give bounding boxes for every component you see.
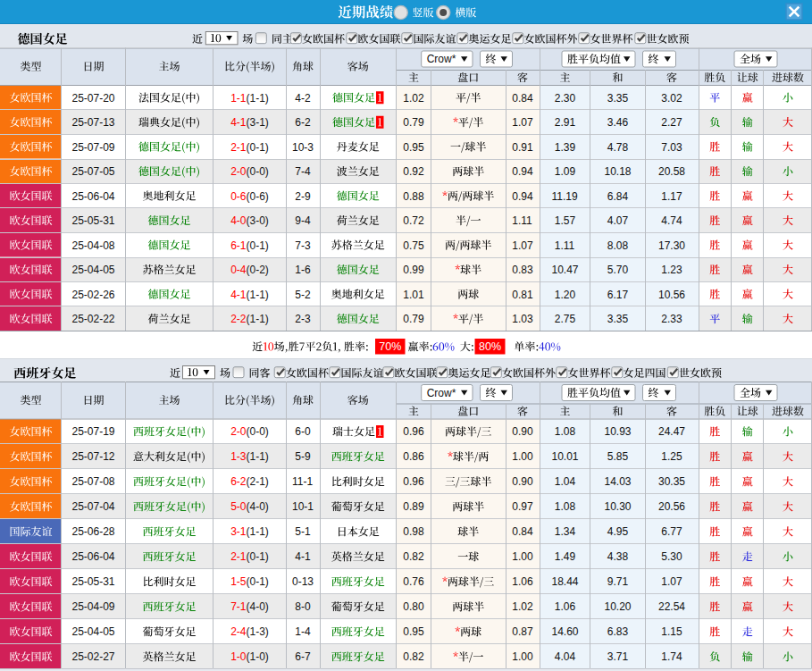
svg-text:0.96: 0.96 xyxy=(403,475,424,488)
svg-text:7.03: 7.03 xyxy=(661,141,682,154)
svg-text:1.08: 1.08 xyxy=(555,425,576,438)
svg-text:0.81: 0.81 xyxy=(512,289,533,301)
svg-text:3-1: 3-1 xyxy=(230,525,247,538)
svg-text:(1-1): (1-1) xyxy=(247,289,269,301)
svg-text:25-07-20: 25-07-20 xyxy=(71,92,114,105)
svg-text:7-4: 7-4 xyxy=(295,165,311,178)
svg-text:2.27: 2.27 xyxy=(661,116,682,129)
svg-text:25-02-22: 25-02-22 xyxy=(71,313,114,325)
svg-text:4.95: 4.95 xyxy=(607,525,629,538)
svg-text:1.07: 1.07 xyxy=(512,116,533,129)
svg-text:5.30: 5.30 xyxy=(661,550,682,563)
svg-text:20.58: 20.58 xyxy=(658,165,685,178)
svg-text:2-4: 2-4 xyxy=(230,625,247,638)
svg-text:10-1: 10-1 xyxy=(292,500,314,513)
svg-text:1.11: 1.11 xyxy=(512,214,532,227)
svg-text:0.92: 0.92 xyxy=(403,165,424,178)
svg-text:0.82: 0.82 xyxy=(403,650,424,663)
svg-text:25-05-31: 25-05-31 xyxy=(71,575,114,588)
svg-text:5-2: 5-2 xyxy=(295,289,311,301)
svg-text:25-04-09: 25-04-09 xyxy=(71,600,114,613)
svg-text:Crow*: Crow* xyxy=(427,387,456,399)
svg-text:0.82: 0.82 xyxy=(403,550,424,563)
svg-text:11-1: 11-1 xyxy=(292,475,313,488)
svg-text:14.60: 14.60 xyxy=(551,625,578,638)
svg-text:25-06-04: 25-06-04 xyxy=(71,190,114,203)
svg-text:25-07-09: 25-07-09 xyxy=(71,141,114,154)
svg-text:25-04-05: 25-04-05 xyxy=(71,625,114,638)
svg-text:0.75: 0.75 xyxy=(403,239,424,252)
svg-text:5.70: 5.70 xyxy=(607,264,629,276)
svg-text:8.08: 8.08 xyxy=(607,239,629,252)
svg-text:5-9: 5-9 xyxy=(295,450,311,463)
svg-text:2-1: 2-1 xyxy=(230,550,247,563)
svg-text:0.79: 0.79 xyxy=(403,116,424,129)
svg-text:5-0: 5-0 xyxy=(230,500,247,513)
svg-text:2-1: 2-1 xyxy=(230,141,247,154)
svg-text:2-2: 2-2 xyxy=(230,313,247,325)
svg-text:1-1: 1-1 xyxy=(230,92,247,105)
svg-text:4.04: 4.04 xyxy=(555,650,576,663)
svg-text:1.01: 1.01 xyxy=(403,289,424,301)
svg-text:0.76: 0.76 xyxy=(403,575,424,588)
svg-text:70%: 70% xyxy=(379,340,401,353)
svg-text:1.08: 1.08 xyxy=(555,500,576,513)
svg-text:4.74: 4.74 xyxy=(661,214,682,227)
svg-text:25-07-13: 25-07-13 xyxy=(71,116,114,129)
svg-text:2-9: 2-9 xyxy=(295,190,311,203)
svg-text:0.89: 0.89 xyxy=(403,500,424,513)
svg-text:2-0: 2-0 xyxy=(230,165,247,178)
svg-text:1.02: 1.02 xyxy=(403,92,424,105)
svg-text:(2-1): (2-1) xyxy=(247,475,269,488)
svg-text:25-07-04: 25-07-04 xyxy=(71,500,114,513)
svg-text:(1-1): (1-1) xyxy=(247,525,269,538)
svg-text:1.23: 1.23 xyxy=(661,264,682,276)
svg-text:0.97: 0.97 xyxy=(512,500,533,513)
svg-text:0.90: 0.90 xyxy=(512,475,533,488)
svg-text:(0-1): (0-1) xyxy=(247,575,269,588)
svg-text:1.07: 1.07 xyxy=(512,239,533,252)
svg-text:4.07: 4.07 xyxy=(607,214,629,227)
svg-text:1.03: 1.03 xyxy=(512,313,533,325)
svg-text:1.00: 1.00 xyxy=(512,650,533,663)
svg-text:(1-1): (1-1) xyxy=(247,313,269,325)
svg-text:1.00: 1.00 xyxy=(512,550,533,563)
svg-text:1.25: 1.25 xyxy=(661,450,682,463)
svg-text:1.20: 1.20 xyxy=(555,289,576,301)
svg-text:4-1: 4-1 xyxy=(230,289,247,301)
svg-text:5-1: 5-1 xyxy=(295,525,311,538)
svg-text:(0-1): (0-1) xyxy=(247,141,269,154)
svg-text:0.72: 0.72 xyxy=(403,214,424,227)
svg-text:1.17: 1.17 xyxy=(661,190,682,203)
svg-text:0.94: 0.94 xyxy=(512,165,533,178)
svg-text:6.77: 6.77 xyxy=(661,525,682,538)
svg-text:2.75: 2.75 xyxy=(555,313,576,325)
svg-text:2-3: 2-3 xyxy=(295,313,311,325)
svg-text:0.79: 0.79 xyxy=(403,313,424,325)
svg-text:1-5: 1-5 xyxy=(230,575,247,588)
svg-text:10.20: 10.20 xyxy=(604,600,631,613)
svg-text:0-6: 0-6 xyxy=(230,190,247,203)
svg-text:6-2: 6-2 xyxy=(230,475,247,488)
svg-text:1.02: 1.02 xyxy=(512,600,533,613)
svg-text:1.15: 1.15 xyxy=(661,625,682,638)
svg-text:1-4: 1-4 xyxy=(295,625,311,638)
svg-text:6-7: 6-7 xyxy=(295,650,311,663)
svg-text:25-06-28: 25-06-28 xyxy=(71,525,114,538)
svg-text:0.83: 0.83 xyxy=(512,264,533,276)
svg-text:0.80: 0.80 xyxy=(403,600,424,613)
svg-text:1.06: 1.06 xyxy=(512,575,533,588)
svg-text:20.56: 20.56 xyxy=(658,500,685,513)
svg-text:10.47: 10.47 xyxy=(551,264,578,276)
svg-text:(1-0): (1-0) xyxy=(247,650,269,663)
svg-text:25-07-08: 25-07-08 xyxy=(71,475,114,488)
svg-text:1.04: 1.04 xyxy=(555,475,576,488)
svg-text:(3-1): (3-1) xyxy=(247,116,269,129)
svg-text:(0-6): (0-6) xyxy=(247,190,269,203)
svg-text:(1-1): (1-1) xyxy=(247,92,269,105)
svg-text:24.47: 24.47 xyxy=(658,425,685,438)
svg-text:3.46: 3.46 xyxy=(607,116,629,129)
svg-text:0.88: 0.88 xyxy=(403,190,424,203)
svg-text:0.98: 0.98 xyxy=(403,525,424,538)
svg-text:25-05-31: 25-05-31 xyxy=(71,214,114,227)
